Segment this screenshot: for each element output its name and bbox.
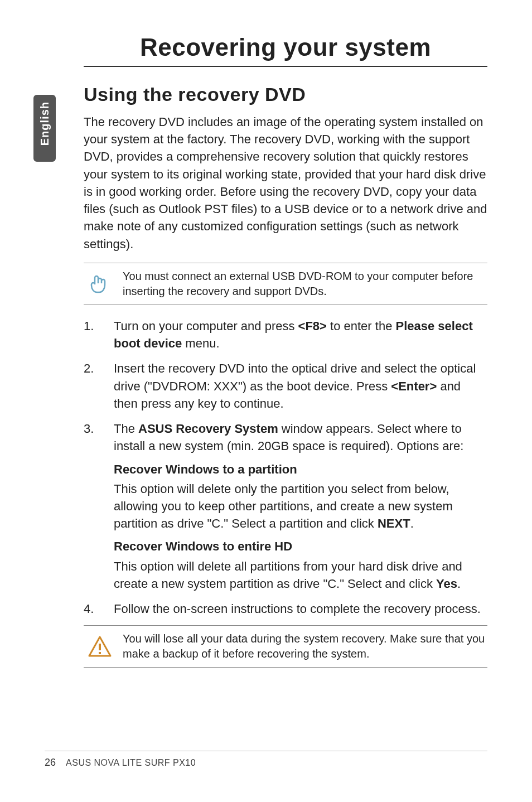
step-text: to enter the — [327, 319, 396, 333]
option-1: Recover Windows to a partition This opti… — [114, 461, 487, 533]
step-text: Follow the on-screen instructions to com… — [114, 602, 481, 616]
next-label: NEXT — [378, 516, 410, 530]
warning-note-text: You will lose all your data during the s… — [123, 632, 485, 660]
warning-note: You will lose all your data during the s… — [84, 625, 487, 668]
page: English Recovering your system Using the… — [0, 0, 532, 802]
step-2: Insert the recovery DVD into the optical… — [84, 360, 487, 412]
page-number: 26 — [45, 757, 56, 769]
info-note-text: You must connect an external USB DVD-ROM… — [123, 270, 473, 297]
window-name: ASUS Recovery System — [138, 422, 278, 436]
option-1-body: This option will delete only the partiti… — [114, 480, 487, 533]
language-tab: English — [33, 95, 56, 162]
step-text: The — [114, 422, 138, 436]
option-2-body: This option will delete all partitions f… — [114, 558, 487, 592]
step-1: Turn on your computer and press <F8> to … — [84, 317, 487, 352]
step-4: Follow the on-screen instructions to com… — [84, 600, 487, 617]
hand-icon — [87, 271, 113, 297]
option-2-heading: Recover Windows to entire HD — [114, 538, 487, 555]
key-enter: <Enter> — [391, 379, 437, 393]
intro-paragraph: The recovery DVD includes an image of th… — [84, 113, 487, 253]
option-text: This option will delete all partitions f… — [114, 559, 462, 591]
step-text: Turn on your computer and press — [114, 319, 298, 333]
language-label: English — [38, 102, 51, 146]
warning-icon — [87, 634, 113, 659]
option-1-heading: Recover Windows to a partition — [114, 461, 487, 478]
steps-list: Turn on your computer and press <F8> to … — [84, 317, 487, 618]
step-3: The ASUS Recovery System window appears.… — [84, 420, 487, 592]
option-2: Recover Windows to entire HD This option… — [114, 538, 487, 592]
option-text: . — [457, 577, 461, 591]
chapter-title: Recovering your system — [84, 33, 487, 67]
page-footer: 26 ASUS NOVA LITE SURF PX10 — [45, 751, 487, 769]
step-text: menu. — [182, 336, 219, 350]
info-note: You must connect an external USB DVD-ROM… — [84, 263, 487, 305]
footer-title: ASUS NOVA LITE SURF PX10 — [66, 758, 196, 768]
option-text: . — [410, 516, 414, 530]
key-f8: <F8> — [298, 319, 327, 333]
section-heading: Using the recovery DVD — [84, 84, 487, 105]
yes-label: Yes — [436, 577, 457, 591]
